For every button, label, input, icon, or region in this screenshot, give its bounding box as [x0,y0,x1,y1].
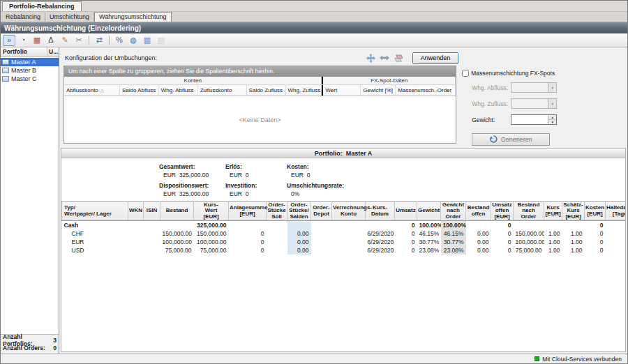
positions-table-wrap: Typ/ Wertpapier/ LagerWKNISINBestandKurs… [61,201,625,255]
apply-button[interactable]: Anwenden [412,52,458,64]
portfolio-pie-icon[interactable]: ◔ [17,35,29,46]
move-order-icon[interactable] [366,54,375,63]
cell-gewicht: 30.77% [441,238,466,246]
cell-isin [144,238,160,246]
view-title-bar: Währungsumschichtung (Einzelordering) [1,22,627,33]
config-column-zuflusskonto[interactable]: Zuflusskonto [198,85,247,96]
col-header-bestand[interactable]: Bestand nach Order [514,202,544,221]
config-column-whg-abfluss[interactable]: Whg. Abfluss [159,85,198,96]
eraser-icon[interactable] [394,54,403,62]
gewicht-spinner[interactable]: ▲▼ [511,114,557,125]
col-header-order[interactable]: Order- Stücke Soll [267,202,287,221]
portfolio-item-master-a[interactable]: Master A [1,58,59,66]
col-header-kosten[interactable]: Kosten [EUR] [585,202,606,221]
config-content-row: Um nach einer Spalte zu gruppieren, zieh… [63,66,623,146]
config-column-massenumsch-order[interactable]: Massenumsch.-Order [396,85,456,96]
umbuchungen-grid: Um nach einer Spalte zu gruppieren, zieh… [63,66,456,144]
portfolio-sidebar: Portfolio U... Master AMaster BMaster C … [1,47,59,354]
cell-haltedauer [606,229,627,238]
whg-abfluss-label: Whg. Abfluss: [472,84,511,91]
group-row-cash[interactable]: Cash325,000.000100.00%100.00%00 [62,221,627,229]
col-header-umsatz[interactable]: Umsatz offen [EUR] [491,202,514,221]
config-column-abflusskonto[interactable]: Abflusskonto△ [64,85,120,96]
sidebar-footer-row: Anzahl Portfolios:3 [3,336,57,344]
table-empty-area [61,255,625,351]
delta-compare-icon[interactable]: Δ [45,35,57,46]
chart-icon[interactable]: ▥ [141,35,154,46]
col-header-umsatz[interactable]: Umsatz [395,202,417,221]
sub-tab-rebalancing[interactable]: Rebalancing [1,13,45,22]
cloud-status-text: Mit Cloud-Services verbunden [542,356,622,363]
cell-schätz: 1.00 [562,246,585,255]
cell-typ: CHF [62,229,128,238]
col-header-wkn[interactable]: WKN [128,202,144,221]
filter-settings-icon[interactable]: ⇄ [93,35,105,46]
cell-bestand [160,221,194,229]
portfolio-summary: Gesamtwert:EUR 325,000.00Erlös:EUR 0Kost… [61,158,625,201]
whg-abfluss-row: Whg. Abfluss:▼ [472,82,623,93]
config-column-wert[interactable]: Wert [322,85,361,96]
col-header-bestand[interactable]: Bestand offen [466,202,491,221]
cell-kosten: 0 [585,221,606,229]
cell-order [311,238,332,246]
position-row-eur[interactable]: EUR100,000.00100,000.0000.006/29/2020030… [62,238,627,246]
col-header-verrechnungs[interactable]: Verrechnungs- Konto [332,202,366,221]
generate-button[interactable]: Generieren [472,133,550,146]
whg-zufluss-select: ▼ [511,98,557,109]
col-header-kurs[interactable]: Kurs [EUR] [544,202,562,221]
gesamtwert-label: Gesamtwert: [159,163,225,170]
col-header-gewicht[interactable]: Gewicht [417,202,441,221]
col-header-kurs[interactable]: Kurs- Wert [EUR] [194,202,229,221]
col-header-typ[interactable]: Typ/ Wertpapier/ Lager [62,202,128,221]
fx-spots-checkbox[interactable] [462,70,469,77]
col-header-anlagesumme[interactable]: Anlagesumme [EUR] [229,202,267,221]
tab-portfolio-rebalancing[interactable]: Portfolio-Rebalancing [2,1,82,11]
app-window: Portfolio-Rebalancing RebalancingUmschic… [0,0,628,364]
cell-haltedauer [606,246,627,255]
col-header-schätz[interactable]: Schätz- Kurs [EUR] [562,202,585,221]
sub-tab-umschichtung[interactable]: Umschichtung [45,13,94,22]
cell-anlagesumme [229,221,267,229]
dispositionswert-label: Dispositionswert: [159,182,225,189]
percent-icon[interactable]: % [113,35,126,46]
cell-verrechnungs [332,221,366,229]
spin-down-icon[interactable]: ▼ [548,120,556,124]
sidebar-column-u[interactable]: U... [47,47,59,56]
delete-order-icon[interactable]: ✂ [73,35,85,46]
position-row-chf[interactable]: CHF150,000.00150,000.0000.006/29/2020046… [62,229,627,238]
erlös-label: Erlös: [225,163,287,170]
cell-order [267,246,287,255]
globe-icon[interactable]: ◍ [127,35,140,46]
dropdown-arrow-icon: ▼ [548,99,556,108]
config-column-saldo-abfluss[interactable]: Saldo Abfluss [120,85,159,96]
cell-schätz [562,221,585,229]
toolbar: »◔▦Δ✎✂⇄%◍▥▤ [1,33,627,47]
cell-bestand: 75,000.00 [160,246,194,255]
col-header-order[interactable]: Order- Depot [311,202,332,221]
config-column-saldo-zufluss[interactable]: Saldo Zufluss [247,85,286,96]
sub-tab-währungsumschichtung[interactable]: Währungsumschichtung [94,12,172,22]
config-column-gewicht-%[interactable]: Gewicht [%] [361,85,396,96]
portfolio-item-master-b[interactable]: Master B [1,66,59,75]
cell-typ: Cash [62,221,128,229]
swap-direction-icon[interactable] [380,54,389,61]
col-header-order[interactable]: Order- Stücke/ Salden [287,202,311,221]
config-column-whg-zufluss[interactable]: Whg. Zufluss [286,85,322,96]
col-header-isin[interactable]: ISIN [144,202,160,221]
fx-spots-panel: Massenumschichtung FX-Spots Whg. Abfluss… [462,66,623,146]
portfolio-item-master-c[interactable]: Master C [1,75,59,83]
sidebar-column-portfolio[interactable]: Portfolio [1,47,47,56]
spinner-buttons: ▲▼ [548,115,556,124]
cell-kosten: 0 [585,246,606,255]
spin-up-icon[interactable]: ▲ [548,115,556,120]
cell-gewicht: 46.15% [417,229,441,238]
col-header-gewicht[interactable]: Gewicht nach Order [441,202,466,221]
position-row-usd[interactable]: USD75,000.0075,000.0000.006/29/2020023.0… [62,246,627,255]
rebalancing-table-icon[interactable]: ▦ [31,35,43,46]
col-header-bestand[interactable]: Bestand [160,202,194,221]
show-portfolios-panel-icon[interactable]: » [3,35,15,46]
col-header-haltedauer[interactable]: Haltedauer [Tage] [606,202,627,221]
create-order-icon[interactable]: ✎ [59,35,71,46]
view-title: Währungsumschichtung (Einzelordering) [4,24,141,32]
anzahl-portfolios-value: 3 [53,337,57,344]
